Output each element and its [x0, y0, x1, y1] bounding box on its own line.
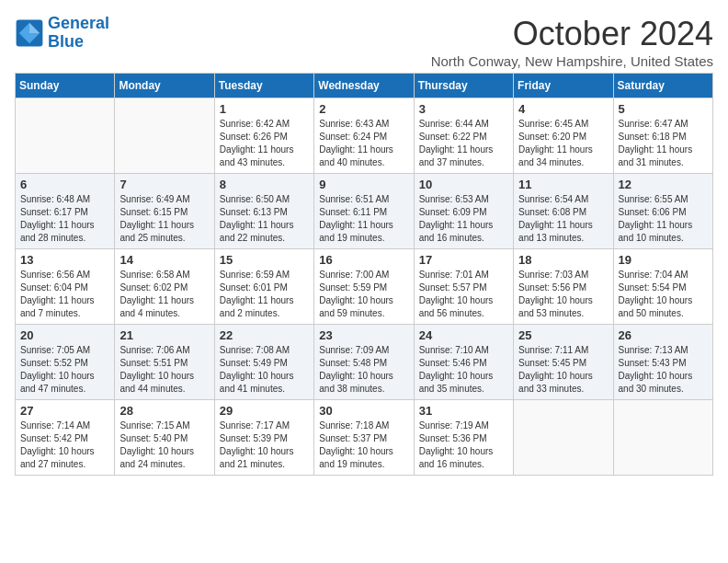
week-row-2: 6Sunrise: 6:48 AMSunset: 6:17 PMDaylight…: [16, 174, 713, 249]
day-cell: 19Sunrise: 7:04 AMSunset: 5:54 PMDayligh…: [613, 249, 712, 325]
day-number: 29: [220, 404, 309, 418]
day-cell: 9Sunrise: 6:51 AMSunset: 6:11 PMDaylight…: [314, 174, 414, 249]
day-cell: 10Sunrise: 6:53 AMSunset: 6:09 PMDayligh…: [414, 174, 513, 249]
day-number: 22: [220, 328, 309, 342]
day-number: 24: [419, 328, 508, 342]
day-number: 14: [119, 253, 209, 267]
calendar-table: SundayMondayTuesdayWednesdayThursdayFrid…: [15, 73, 713, 476]
week-row-3: 13Sunrise: 6:56 AMSunset: 6:04 PMDayligh…: [16, 249, 713, 325]
day-number: 15: [220, 253, 309, 267]
day-cell: 20Sunrise: 7:05 AMSunset: 5:52 PMDayligh…: [16, 325, 115, 400]
day-cell: 1Sunrise: 6:42 AMSunset: 6:26 PMDaylight…: [214, 98, 313, 174]
day-number: 19: [619, 253, 708, 267]
day-cell: 30Sunrise: 7:18 AMSunset: 5:37 PMDayligh…: [314, 400, 414, 476]
logo-icon: [15, 18, 44, 48]
day-info: Sunrise: 6:45 AMSunset: 6:20 PMDaylight:…: [518, 118, 608, 169]
day-cell: 26Sunrise: 7:13 AMSunset: 5:43 PMDayligh…: [613, 325, 712, 400]
title-area: October 2024 North Conway, New Hampshire…: [431, 15, 713, 69]
day-cell: 13Sunrise: 6:56 AMSunset: 6:04 PMDayligh…: [16, 249, 115, 325]
day-info: Sunrise: 6:44 AMSunset: 6:22 PMDaylight:…: [419, 118, 508, 169]
day-number: 6: [20, 178, 109, 191]
day-number: 31: [419, 404, 508, 418]
header-cell-tuesday: Tuesday: [214, 74, 313, 98]
day-info: Sunrise: 6:51 AMSunset: 6:11 PMDaylight:…: [319, 193, 408, 245]
day-info: Sunrise: 6:42 AMSunset: 6:26 PMDaylight:…: [220, 118, 309, 169]
day-info: Sunrise: 7:13 AMSunset: 5:43 PMDaylight:…: [619, 344, 708, 396]
day-info: Sunrise: 6:54 AMSunset: 6:08 PMDaylight:…: [518, 193, 608, 245]
month-title: October 2024: [431, 15, 713, 53]
day-cell: [613, 400, 712, 476]
day-info: Sunrise: 7:01 AMSunset: 5:57 PMDaylight:…: [419, 269, 508, 320]
day-info: Sunrise: 7:05 AMSunset: 5:52 PMDaylight:…: [20, 344, 109, 396]
day-number: 27: [20, 404, 109, 418]
day-info: Sunrise: 6:53 AMSunset: 6:09 PMDaylight:…: [419, 193, 508, 245]
day-info: Sunrise: 7:08 AMSunset: 5:49 PMDaylight:…: [220, 344, 309, 396]
week-row-4: 20Sunrise: 7:05 AMSunset: 5:52 PMDayligh…: [16, 325, 713, 400]
day-number: 23: [319, 328, 408, 342]
day-cell: 25Sunrise: 7:11 AMSunset: 5:45 PMDayligh…: [514, 325, 613, 400]
day-cell: 4Sunrise: 6:45 AMSunset: 6:20 PMDaylight…: [514, 98, 613, 174]
day-info: Sunrise: 7:00 AMSunset: 5:59 PMDaylight:…: [319, 269, 408, 320]
day-info: Sunrise: 6:58 AMSunset: 6:02 PMDaylight:…: [119, 269, 209, 320]
day-info: Sunrise: 7:04 AMSunset: 5:54 PMDaylight:…: [619, 269, 708, 320]
day-info: Sunrise: 6:47 AMSunset: 6:18 PMDaylight:…: [619, 118, 708, 169]
day-number: 2: [319, 102, 408, 116]
day-number: 28: [119, 404, 209, 418]
day-cell: 6Sunrise: 6:48 AMSunset: 6:17 PMDaylight…: [16, 174, 115, 249]
week-row-5: 27Sunrise: 7:14 AMSunset: 5:42 PMDayligh…: [16, 400, 713, 476]
day-info: Sunrise: 7:10 AMSunset: 5:46 PMDaylight:…: [419, 344, 508, 396]
day-number: 3: [419, 102, 508, 116]
day-cell: 22Sunrise: 7:08 AMSunset: 5:49 PMDayligh…: [214, 325, 313, 400]
day-number: 1: [220, 102, 309, 116]
day-info: Sunrise: 7:03 AMSunset: 5:56 PMDaylight:…: [518, 269, 608, 320]
day-info: Sunrise: 7:06 AMSunset: 5:51 PMDaylight:…: [119, 344, 209, 396]
day-cell: 14Sunrise: 6:58 AMSunset: 6:02 PMDayligh…: [115, 249, 214, 325]
header-cell-monday: Monday: [115, 74, 214, 98]
day-cell: 29Sunrise: 7:17 AMSunset: 5:39 PMDayligh…: [214, 400, 313, 476]
day-number: 7: [119, 178, 209, 191]
day-cell: 27Sunrise: 7:14 AMSunset: 5:42 PMDayligh…: [16, 400, 115, 476]
header-cell-wednesday: Wednesday: [314, 74, 414, 98]
day-info: Sunrise: 6:55 AMSunset: 6:06 PMDaylight:…: [619, 193, 708, 245]
day-cell: 11Sunrise: 6:54 AMSunset: 6:08 PMDayligh…: [514, 174, 613, 249]
day-info: Sunrise: 7:09 AMSunset: 5:48 PMDaylight:…: [319, 344, 408, 396]
day-number: 10: [419, 178, 508, 191]
location: North Conway, New Hampshire, United Stat…: [431, 53, 713, 69]
day-cell: 12Sunrise: 6:55 AMSunset: 6:06 PMDayligh…: [613, 174, 712, 249]
day-number: 5: [619, 102, 708, 116]
day-info: Sunrise: 6:43 AMSunset: 6:24 PMDaylight:…: [319, 118, 408, 169]
day-cell: 21Sunrise: 7:06 AMSunset: 5:51 PMDayligh…: [115, 325, 214, 400]
header-cell-friday: Friday: [514, 74, 613, 98]
day-cell: 5Sunrise: 6:47 AMSunset: 6:18 PMDaylight…: [613, 98, 712, 174]
day-info: Sunrise: 6:50 AMSunset: 6:13 PMDaylight:…: [220, 193, 309, 245]
day-number: 13: [20, 253, 109, 267]
day-cell: 16Sunrise: 7:00 AMSunset: 5:59 PMDayligh…: [314, 249, 414, 325]
day-cell: 2Sunrise: 6:43 AMSunset: 6:24 PMDaylight…: [314, 98, 414, 174]
day-info: Sunrise: 6:56 AMSunset: 6:04 PMDaylight:…: [20, 269, 109, 320]
day-cell: 3Sunrise: 6:44 AMSunset: 6:22 PMDaylight…: [414, 98, 513, 174]
week-row-1: 1Sunrise: 6:42 AMSunset: 6:26 PMDaylight…: [16, 98, 713, 174]
day-number: 17: [419, 253, 508, 267]
day-cell: [115, 98, 214, 174]
day-info: Sunrise: 6:49 AMSunset: 6:15 PMDaylight:…: [119, 193, 209, 245]
day-number: 9: [319, 178, 408, 191]
header-cell-sunday: Sunday: [16, 74, 115, 98]
day-number: 30: [319, 404, 408, 418]
day-cell: 24Sunrise: 7:10 AMSunset: 5:46 PMDayligh…: [414, 325, 513, 400]
day-info: Sunrise: 7:11 AMSunset: 5:45 PMDaylight:…: [518, 344, 608, 396]
day-info: Sunrise: 7:18 AMSunset: 5:37 PMDaylight:…: [319, 419, 408, 471]
logo-text: General Blue: [48, 15, 109, 52]
day-info: Sunrise: 7:17 AMSunset: 5:39 PMDaylight:…: [220, 419, 309, 471]
day-cell: 28Sunrise: 7:15 AMSunset: 5:40 PMDayligh…: [115, 400, 214, 476]
day-info: Sunrise: 7:14 AMSunset: 5:42 PMDaylight:…: [20, 419, 109, 471]
day-number: 12: [619, 178, 708, 191]
day-cell: 15Sunrise: 6:59 AMSunset: 6:01 PMDayligh…: [214, 249, 313, 325]
day-number: 16: [319, 253, 408, 267]
day-number: 18: [518, 253, 608, 267]
day-number: 21: [119, 328, 209, 342]
calendar-header-row: SundayMondayTuesdayWednesdayThursdayFrid…: [16, 74, 713, 98]
logo: General Blue: [15, 15, 109, 52]
day-number: 26: [619, 328, 708, 342]
day-cell: 8Sunrise: 6:50 AMSunset: 6:13 PMDaylight…: [214, 174, 313, 249]
day-number: 25: [518, 328, 608, 342]
